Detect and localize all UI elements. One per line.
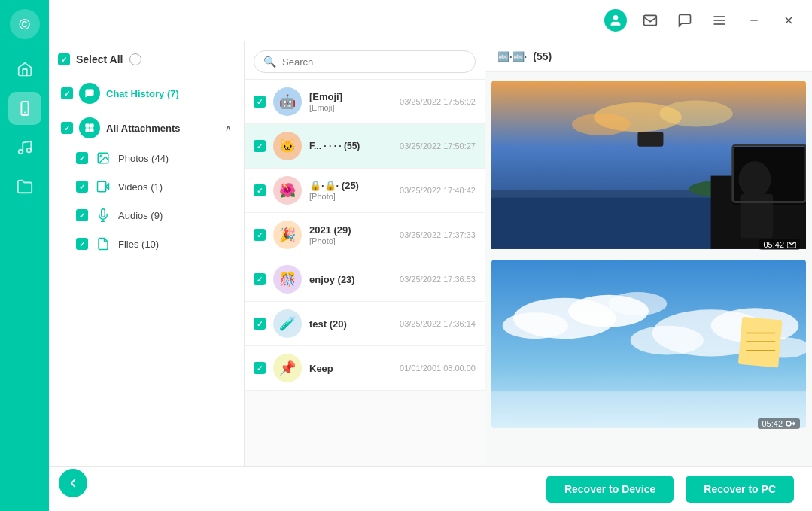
chat-name-7: Keep [309,363,392,374]
chat-sub-3: [Photo] [309,192,392,201]
photo-time-badge-1: 05:42 [759,239,800,250]
avatar-6: 🧪 [273,309,302,338]
chat-item-checkbox-3[interactable] [254,184,266,196]
svg-point-24 [572,114,631,135]
chat-info-3: 🔒·🔒· (25) [Photo] [309,180,392,201]
svg-rect-32 [741,194,774,238]
chat-item[interactable]: 📌 Keep 01/01/2001 08:00:00 [245,346,485,391]
app-logo: © [10,9,40,39]
back-button[interactable] [59,469,87,497]
recover-to-device-button[interactable]: Recover to Device [546,476,674,503]
avatar-4: 🎉 [273,221,302,249]
right-header-title: (55) [533,50,552,62]
svg-rect-34 [637,132,663,146]
chat-sub-4: [Photo] [309,236,392,245]
right-panel: 🔤·🔤· (55) [485,41,812,511]
chat-name-6: test (20) [309,318,392,330]
sub-item-audios[interactable]: Audios (9) [73,201,235,230]
avatar-1: 🤖 [273,87,302,116]
menu-icon[interactable] [708,9,731,32]
search-input-wrap[interactable]: 🔍 [254,50,476,73]
avatar-3: 🌺 [273,176,302,205]
chat-info-7: Keep [309,363,392,374]
minimize-button[interactable] [743,9,765,32]
chat-time-6: 03/25/2022 17:36:14 [400,319,476,328]
photo-image-2 [491,257,806,430]
svg-point-50 [786,421,791,426]
info-icon[interactable]: i [129,53,141,65]
left-panel: Select All i Chat History (7) All Attach… [49,41,245,511]
title-bar [0,0,812,41]
photos-checkbox[interactable] [76,152,88,164]
right-header: 🔤·🔤· (55) [485,41,812,72]
chat-item-checkbox-1[interactable] [254,96,266,108]
chat-item[interactable]: 🧪 test (20) 03/25/2022 17:36:14 [245,302,485,346]
chat-item-checkbox-6[interactable] [254,318,266,330]
chat-icon[interactable] [674,9,696,32]
photos-icon [94,149,112,167]
chat-item[interactable]: 🤖 [Emoji] [Emoji] 03/25/2022 17:56:02 [245,80,485,124]
recover-to-pc-button[interactable]: Recover to PC [686,476,794,503]
chat-item[interactable]: 🌺 🔒·🔒· (25) [Photo] 03/25/2022 17:40:42 [245,169,485,213]
svg-point-2 [18,150,23,154]
photo-item-2: 05:42 [491,257,806,433]
tree-item-all-attachments[interactable]: All Attachments ∧ [58,112,235,144]
sub-item-photos[interactable]: Photos (44) [73,144,235,172]
chat-item[interactable]: 🐱 F... · · · · (55) 03/25/2022 17:50:27 [245,124,485,169]
chat-item-checkbox-7[interactable] [254,362,266,374]
all-attachments-checkbox[interactable] [61,122,73,134]
svg-rect-12 [86,124,90,128]
sidebar: © [0,0,49,511]
sub-items: Photos (44) Videos (1) Audios (9) Files … [58,144,235,258]
chat-history-icon [79,83,100,104]
sub-item-files[interactable]: Files (10) [73,230,235,258]
sub-item-videos[interactable]: Videos (1) [73,172,235,201]
videos-checkbox[interactable] [76,181,88,193]
photos-label: Photos (44) [118,153,169,164]
select-all-row[interactable]: Select All i [58,53,235,65]
chat-item-checkbox-2[interactable] [254,140,266,152]
chat-history-label: Chat History (7) [106,88,179,99]
sidebar-item-music[interactable] [8,131,41,164]
avatar-7: 📌 [273,354,302,382]
photo-time-2: 05:42 [762,419,783,428]
tree-item-chat-history[interactable]: Chat History (7) [58,78,235,109]
sidebar-item-files[interactable] [8,170,41,203]
chat-time-4: 03/25/2022 17:37:33 [400,230,476,239]
chat-time-7: 01/01/2001 08:00:00 [400,363,476,373]
photo-time-badge-2: 05:42 [758,418,800,429]
chat-info-2: F... · · · · (55) [309,141,392,152]
files-icon [94,235,112,253]
chat-time-3: 03/25/2022 17:40:42 [400,186,476,195]
chat-time-2: 03/25/2022 17:50:27 [400,141,476,151]
chat-time-5: 03/25/2022 17:36:53 [400,275,476,284]
chat-item[interactable]: 🎊 enjoy (23) 03/25/2022 17:36:53 [245,257,485,302]
sidebar-item-home[interactable] [8,53,41,86]
search-input[interactable] [282,56,466,68]
chat-history-checkbox[interactable] [61,87,73,99]
chat-item-checkbox-4[interactable] [254,229,266,241]
audios-checkbox[interactable] [76,209,88,221]
photo-item-1: 05:42 [491,78,806,254]
chat-name-3: 🔒·🔒· (25) [309,180,392,191]
select-all-checkbox[interactable] [58,53,70,65]
svg-point-17 [100,155,102,157]
svg-point-4 [613,15,618,20]
files-checkbox[interactable] [76,238,88,250]
chat-name-5: enjoy (23) [309,274,392,285]
svg-point-43 [609,292,668,315]
svg-point-42 [631,326,704,355]
videos-label: Videos (1) [118,181,163,193]
title-bar-icons [604,9,800,32]
mail-icon[interactable] [639,9,661,32]
close-button[interactable] [777,9,800,32]
chat-info-6: test (20) [309,318,392,330]
svg-rect-15 [90,129,94,132]
chat-item[interactable]: 🎉 2021 (29) [Photo] 03/25/2022 17:37:33 [245,213,485,257]
svg-rect-14 [86,129,90,132]
avatar-2: 🐱 [273,132,302,160]
sidebar-item-device[interactable] [8,92,41,125]
user-icon[interactable] [604,9,627,32]
chat-item-checkbox-5[interactable] [254,273,266,285]
search-icon: 🔍 [263,56,276,68]
